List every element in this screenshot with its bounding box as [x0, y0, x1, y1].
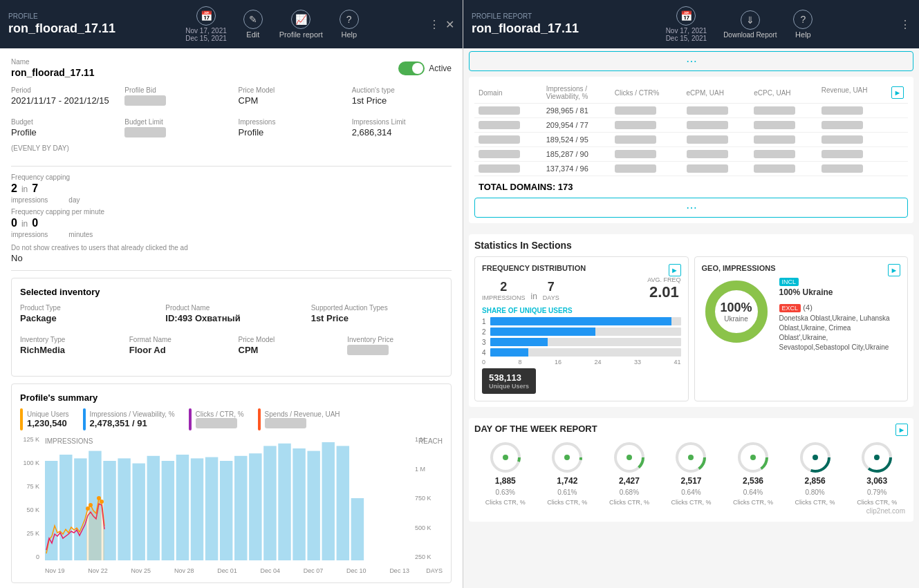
profile-report-action[interactable]: 📈 Profile report: [279, 10, 323, 39]
profile-name-left: ron_floorad_17.11: [8, 21, 115, 36]
inventory-price-field: Inventory Price: [347, 336, 443, 362]
freq-per-min-labels: impressions minutes: [11, 231, 452, 238]
svg-rect-1: [59, 455, 72, 560]
auction-type-value: 1st Price: [352, 95, 452, 106]
svg-rect-4: [103, 461, 115, 560]
excl-section: EXCL (4) Donetska Oblast,Ukraine, Luhans…: [779, 303, 901, 352]
day-val-6: 2,856: [805, 476, 826, 486]
freq-capping-impressions: 2: [11, 182, 17, 195]
svg-rect-7: [147, 456, 160, 560]
left-body: Name ron_floorad_17.11 Active Period 202…: [0, 48, 463, 588]
chart-container: IMPRESSIONS REACH 125 K 100 K 75 K 50 K …: [20, 436, 443, 574]
help-icon-right[interactable]: ?: [793, 10, 813, 29]
inventory-type-value: RichMedia: [20, 345, 115, 355]
date-range-left: Nov 17, 2021Dec 15, 2021: [185, 27, 227, 42]
summary-box: Profile's summary Unique Users 1,230,540…: [11, 383, 452, 583]
day-val-1: 1,885: [495, 476, 516, 486]
help-icon-left[interactable]: ?: [340, 10, 359, 29]
x-nov25: Nov 25: [131, 567, 151, 574]
rev-5: [821, 164, 863, 173]
freq-x-labels: 0 8 16 24 33 41: [482, 359, 681, 366]
day-pct-7: 0.79%: [867, 489, 886, 496]
y-125k: 125 K: [20, 436, 39, 443]
col-impressions: Impressions /Viewability, %: [542, 82, 611, 104]
profile-label: PROFILE: [8, 12, 115, 20]
close-button[interactable]: ✕: [445, 18, 454, 31]
excl-badge: EXCL: [779, 304, 801, 312]
geo-center: 100% Ukraine: [720, 301, 752, 323]
svg-rect-8: [162, 461, 174, 560]
day-sub-3: Clicks CTR, %: [609, 499, 649, 506]
excl-count: (4): [803, 303, 812, 312]
day-pct-2: 0.61%: [557, 489, 577, 496]
spends-values: Spends / Revenue, UAH /: [265, 410, 340, 428]
ecpc-1: [754, 106, 795, 115]
svg-rect-5: [118, 458, 130, 560]
top-expand-button[interactable]: ⋯: [469, 51, 913, 71]
edit-label: Edit: [246, 30, 259, 39]
edit-icon[interactable]: ✎: [243, 10, 263, 29]
clicks-3: [615, 135, 656, 144]
inventory-price-label: Inventory Price: [347, 336, 443, 343]
chart-icon[interactable]: 📈: [291, 10, 310, 29]
incl-country: 100% Ukraine: [779, 287, 901, 297]
freq-bar-1: 1: [482, 317, 681, 325]
right-header-profile-info: PROFILE REPORT ron_floorad_17.11: [472, 12, 579, 36]
day-week-title: DAY OF THE WEEK REPORT ►: [474, 424, 908, 436]
y-25k: 25 K: [20, 530, 39, 537]
clicks-ctr-value: [196, 418, 237, 428]
tooltip-value: 538,113: [489, 372, 529, 383]
day-sub-5: Clicks CTR, %: [733, 499, 773, 506]
x-24: 24: [594, 359, 601, 366]
chart-area: [45, 436, 409, 560]
bar-num-1: 1: [482, 318, 488, 325]
toggle-switch[interactable]: [398, 61, 425, 75]
geo-layout: 100% Ukraine INCL 100% Ukraine EXCL (4) …: [702, 276, 901, 352]
day-pct-4: 0.64%: [681, 489, 700, 496]
day-dot-3: [626, 455, 632, 460]
spends-bar: [258, 408, 261, 430]
period-field: Period 2021/11/17 - 2021/12/15: [11, 86, 111, 113]
impressions-value-field: Profile: [239, 127, 338, 137]
inventory-box: Selected inventory Product Type Package …: [11, 278, 452, 377]
ecpc-5: [754, 164, 795, 173]
freq-dist-expand[interactable]: ►: [669, 264, 681, 276]
impressions-field: Impressions Profile: [239, 118, 338, 159]
day-week-expand[interactable]: ►: [895, 424, 908, 436]
imp-4: 185,287 / 90: [542, 147, 611, 162]
col-domain: Domain: [474, 82, 542, 104]
geo-expand[interactable]: ►: [888, 264, 900, 276]
impressions-viewability-label: Impressions / Viewability, %: [90, 410, 175, 418]
col-ecpc: eCPC, UAH: [750, 82, 817, 104]
download-icon[interactable]: ⇓: [741, 10, 760, 30]
freq-dist-title: FREQUENCY DISTRIBUTION: [482, 264, 586, 272]
x-41: 41: [674, 359, 680, 366]
freq-per-min-imp-label: impressions: [11, 231, 48, 238]
table-expand-btn[interactable]: ►: [891, 86, 904, 99]
x-dec01: Dec 01: [217, 567, 237, 574]
y-75k: 75 K: [20, 483, 39, 490]
active-toggle[interactable]: Active: [398, 61, 452, 75]
right-header-actions: 📅 Nov 17, 2021Dec 15, 2021 ⇓ Download Re…: [666, 6, 813, 42]
day-dot-5: [750, 455, 756, 460]
freq-dist-header: FREQUENCY DISTRIBUTION ►: [482, 264, 681, 276]
edit-action[interactable]: ✎ Edit: [243, 10, 263, 39]
incl-badge: INCL: [779, 278, 799, 286]
excl-list: Donetska Oblast,Ukraine, Luhanska Oblast…: [779, 314, 901, 352]
help-label-left: Help: [341, 30, 357, 39]
help-action-right[interactable]: ? Help: [793, 10, 813, 39]
domain-expand-button[interactable]: ⋯: [474, 198, 908, 218]
y-50k: 50 K: [20, 506, 39, 513]
more-options-button-right[interactable]: ⋮: [900, 18, 911, 31]
ecpm-1: [687, 106, 728, 115]
calendar-icon: 📅: [196, 6, 216, 26]
more-options-button[interactable]: ⋮: [429, 18, 440, 31]
help-action-left[interactable]: ? Help: [340, 10, 359, 39]
download-report-action[interactable]: ⇓ Download Report: [723, 10, 777, 39]
geo-header: GEO, IMPRESSIONS ►: [702, 264, 901, 276]
freq-dist-card: FREQUENCY DISTRIBUTION ► 2 IMPRESSIONS i…: [474, 256, 689, 401]
inventory-title: Selected inventory: [20, 287, 443, 297]
col-ecpm: eCPM, UAH: [683, 82, 750, 104]
day-sub-4: Clicks CTR, %: [671, 499, 711, 506]
unique-users-stat: Unique Users 1,230,540: [20, 408, 69, 430]
